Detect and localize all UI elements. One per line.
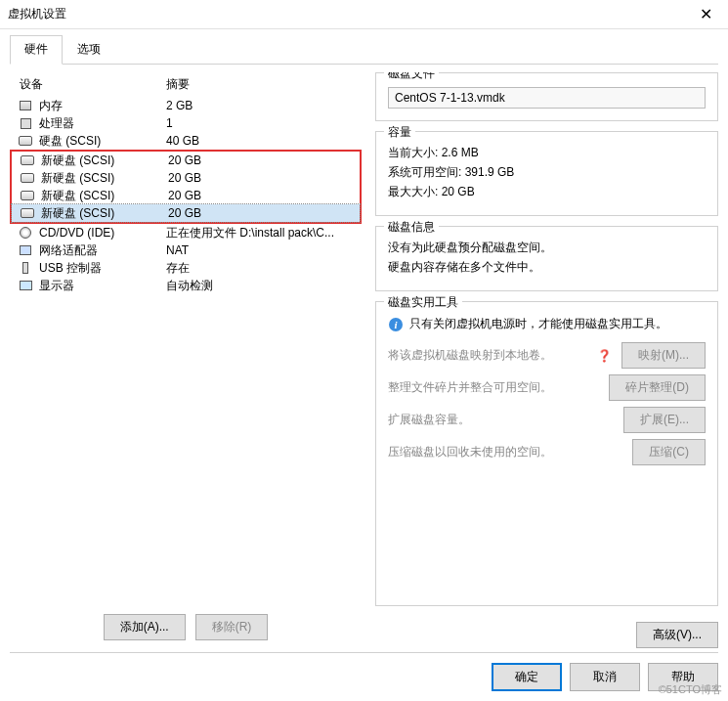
- device-row[interactable]: 新硬盘 (SCSI)20 GB: [12, 204, 360, 222]
- device-summary: 1: [166, 116, 362, 130]
- tabs: 硬件 选项: [10, 35, 718, 65]
- compact-button[interactable]: 压缩(C): [632, 439, 706, 465]
- device-label: 硬盘 (SCSI): [39, 133, 166, 150]
- device-table: 设备 摘要 内存2 GB处理器1硬盘 (SCSI)40 GB新硬盘 (SCSI)…: [10, 72, 362, 606]
- map-desc: 将该虚拟机磁盘映射到本地卷。: [388, 347, 587, 364]
- tool-row-compact: 压缩磁盘以回收未使用的空间。 压缩(C): [388, 439, 706, 465]
- capacity-free: 系统可用空间: 391.9 GB: [388, 164, 706, 181]
- compact-desc: 压缩磁盘以回收未使用的空间。: [388, 444, 622, 460]
- device-label: 新硬盘 (SCSI): [41, 153, 168, 169]
- close-icon[interactable]: ✕: [691, 0, 720, 29]
- tools-note: i 只有关闭虚拟机电源时，才能使用磁盘实用工具。: [388, 316, 706, 332]
- device-row[interactable]: 新硬盘 (SCSI)20 GB: [12, 152, 360, 169]
- device-summary: 正在使用文件 D:\install pack\C...: [166, 225, 362, 241]
- device-label: 内存: [39, 98, 166, 114]
- device-label: USB 控制器: [39, 260, 166, 277]
- expand-desc: 扩展磁盘容量。: [388, 412, 614, 428]
- info-icon: i: [388, 317, 404, 332]
- advanced-row: 高级(V)...: [375, 616, 718, 648]
- main-area: 设备 摘要 内存2 GB处理器1硬盘 (SCSI)40 GB新硬盘 (SCSI)…: [10, 72, 718, 648]
- watermark: ©51CTO博客: [659, 682, 722, 697]
- capacity-current: 当前大小: 2.6 MB: [388, 145, 706, 161]
- device-summary: 20 GB: [168, 206, 360, 220]
- tool-row-map: 将该虚拟机磁盘映射到本地卷。 ❓ 映射(M)...: [388, 342, 706, 369]
- display-icon: [18, 279, 33, 292]
- bottom-buttons: 确定 取消 帮助: [10, 652, 718, 691]
- device-label: 新硬盘 (SCSI): [41, 170, 168, 187]
- device-row[interactable]: 显示器自动检测: [10, 277, 362, 294]
- memory-icon: [18, 99, 33, 112]
- group-diskfile: 磁盘文件 CentOS 7-1-13.vmdk: [375, 72, 718, 121]
- device-label: 新硬盘 (SCSI): [41, 205, 168, 222]
- header-device: 设备: [10, 76, 166, 93]
- diskinfo-line2: 硬盘内容存储在多个文件中。: [388, 259, 706, 276]
- diskinfo-line1: 没有为此硬盘预分配磁盘空间。: [388, 240, 706, 256]
- titlebar: 虚拟机设置 ✕: [0, 0, 728, 29]
- diskfile-title: 磁盘文件: [384, 72, 439, 82]
- advanced-button[interactable]: 高级(V)...: [636, 622, 718, 648]
- device-summary: 40 GB: [166, 134, 362, 148]
- device-summary: 20 GB: [168, 189, 360, 202]
- device-row[interactable]: 硬盘 (SCSI)40 GB: [10, 132, 362, 150]
- net-icon: [18, 243, 33, 257]
- tools-note-text: 只有关闭虚拟机电源时，才能使用磁盘实用工具。: [409, 316, 667, 332]
- table-header: 设备 摘要: [10, 72, 362, 97]
- device-row[interactable]: CD/DVD (IDE)正在使用文件 D:\install pack\C...: [10, 224, 362, 241]
- defrag-button[interactable]: 碎片整理(D): [609, 374, 706, 401]
- expand-button[interactable]: 扩展(E)...: [623, 407, 706, 433]
- usb-icon: [18, 261, 33, 275]
- device-row[interactable]: 处理器1: [10, 114, 362, 132]
- cd-icon: [18, 226, 33, 240]
- capacity-title: 容量: [384, 124, 415, 141]
- device-label: 新硬盘 (SCSI): [41, 188, 168, 204]
- group-tools: 磁盘实用工具 i 只有关闭虚拟机电源时，才能使用磁盘实用工具。 将该虚拟机磁盘映…: [375, 301, 718, 606]
- device-summary: 20 GB: [168, 171, 360, 185]
- group-capacity: 容量 当前大小: 2.6 MB 系统可用空间: 391.9 GB 最大大小: 2…: [375, 131, 718, 216]
- device-row[interactable]: 新硬盘 (SCSI)20 GB: [12, 169, 360, 187]
- tab-options[interactable]: 选项: [63, 35, 115, 64]
- device-label: CD/DVD (IDE): [39, 226, 166, 240]
- left-panel: 设备 摘要 内存2 GB处理器1硬盘 (SCSI)40 GB新硬盘 (SCSI)…: [10, 72, 362, 648]
- content: 硬件 选项 设备 摘要 内存2 GB处理器1硬盘 (SCSI)40 GB新硬盘 …: [0, 29, 728, 701]
- device-summary: 存在: [166, 260, 362, 277]
- window-title: 虚拟机设置: [8, 6, 691, 22]
- cancel-button[interactable]: 取消: [570, 663, 640, 691]
- left-buttons: 添加(A)... 移除(R): [10, 606, 362, 648]
- disk-icon: [20, 153, 35, 167]
- header-summary: 摘要: [166, 76, 362, 93]
- highlight-box: 新硬盘 (SCSI)20 GB新硬盘 (SCSI)20 GB新硬盘 (SCSI)…: [10, 150, 362, 224]
- map-button[interactable]: 映射(M)...: [621, 342, 706, 369]
- device-summary: NAT: [166, 243, 362, 257]
- group-diskinfo: 磁盘信息 没有为此硬盘预分配磁盘空间。 硬盘内容存储在多个文件中。: [375, 226, 718, 291]
- device-label: 处理器: [39, 115, 166, 132]
- tool-row-defrag: 整理文件碎片并整合可用空间。 碎片整理(D): [388, 374, 706, 401]
- tool-row-expand: 扩展磁盘容量。 扩展(E)...: [388, 407, 706, 433]
- device-row[interactable]: 新硬盘 (SCSI)20 GB: [12, 187, 360, 204]
- disk-icon: [20, 171, 35, 185]
- capacity-max: 最大大小: 20 GB: [388, 184, 706, 200]
- defrag-desc: 整理文件碎片并整合可用空间。: [388, 379, 599, 396]
- disk-icon: [20, 189, 35, 202]
- device-label: 网络适配器: [39, 242, 166, 259]
- disk-icon: [18, 134, 33, 148]
- add-button[interactable]: 添加(A)...: [104, 614, 186, 640]
- device-row[interactable]: 内存2 GB: [10, 97, 362, 114]
- cpu-icon: [18, 116, 33, 130]
- device-summary: 20 GB: [168, 153, 360, 167]
- tools-title: 磁盘实用工具: [384, 294, 462, 311]
- tab-hardware[interactable]: 硬件: [10, 35, 63, 65]
- device-row[interactable]: 网络适配器NAT: [10, 241, 362, 259]
- device-row[interactable]: USB 控制器存在: [10, 259, 362, 277]
- device-summary: 自动检测: [166, 278, 362, 294]
- help-icon[interactable]: ❓: [597, 349, 612, 363]
- disk-icon: [20, 206, 35, 220]
- diskfile-value[interactable]: CentOS 7-1-13.vmdk: [388, 87, 706, 109]
- remove-button[interactable]: 移除(R): [195, 614, 269, 640]
- right-panel: 磁盘文件 CentOS 7-1-13.vmdk 容量 当前大小: 2.6 MB …: [375, 72, 718, 648]
- diskinfo-title: 磁盘信息: [384, 219, 439, 236]
- device-label: 显示器: [39, 278, 166, 294]
- ok-button[interactable]: 确定: [492, 663, 562, 691]
- device-summary: 2 GB: [166, 99, 362, 112]
